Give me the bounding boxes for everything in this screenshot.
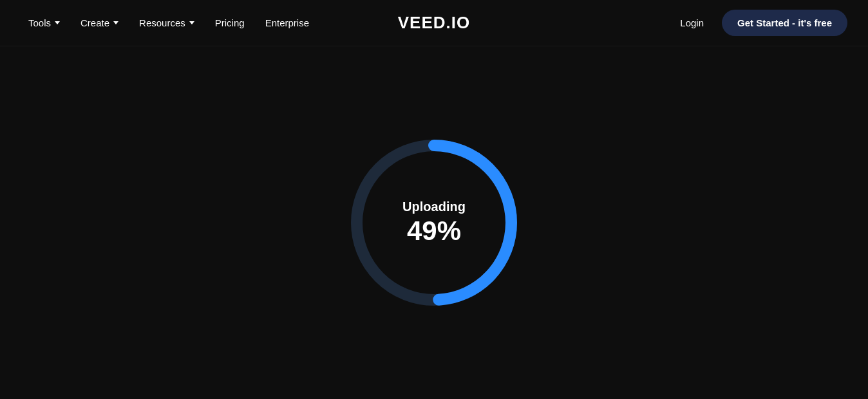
pricing-link[interactable]: Pricing: [207, 12, 252, 33]
pricing-label: Pricing: [215, 17, 245, 28]
login-button[interactable]: Login: [672, 12, 712, 33]
progress-circle: Uploading 49%: [344, 133, 524, 313]
header: Tools Create Resources Pricing Enterpris…: [0, 0, 868, 46]
upload-container: Uploading 49%: [344, 133, 524, 313]
nav-right: Login Get Started - it's free: [672, 10, 847, 36]
logo[interactable]: VEED.IO: [398, 13, 470, 33]
create-label: Create: [80, 17, 109, 28]
get-started-button[interactable]: Get Started - it's free: [722, 10, 847, 36]
nav-left: Tools Create Resources Pricing Enterpris…: [21, 12, 317, 33]
resources-chevron-icon: [189, 21, 194, 24]
resources-label: Resources: [139, 17, 185, 28]
create-chevron-icon: [113, 21, 118, 24]
uploading-label: Uploading: [402, 200, 466, 214]
tools-label: Tools: [28, 17, 51, 28]
tools-chevron-icon: [55, 21, 60, 24]
resources-menu[interactable]: Resources: [131, 12, 202, 33]
create-menu[interactable]: Create: [73, 12, 126, 33]
enterprise-label: Enterprise: [265, 17, 309, 28]
tools-menu[interactable]: Tools: [21, 12, 68, 33]
progress-text: Uploading 49%: [402, 200, 466, 246]
main-content: Uploading 49%: [0, 46, 868, 399]
uploading-percent: 49%: [402, 216, 466, 246]
enterprise-link[interactable]: Enterprise: [258, 12, 317, 33]
